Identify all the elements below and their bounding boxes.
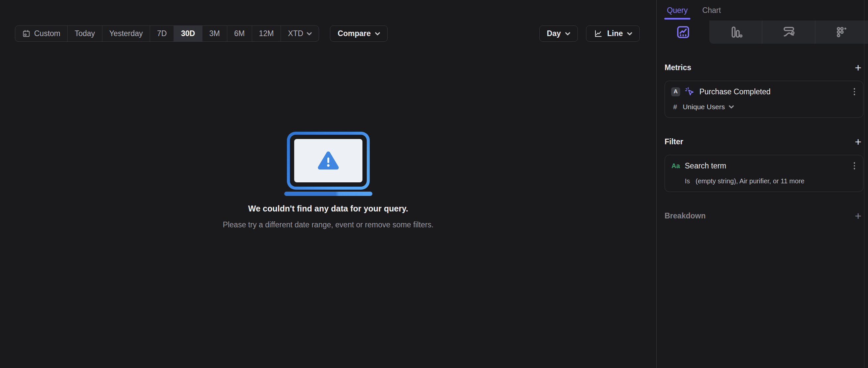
report-type-funnels[interactable] [709, 21, 762, 44]
add-breakdown-button[interactable]: + [853, 211, 863, 221]
breakdown-section-header: Breakdown + [664, 211, 863, 221]
metric-card[interactable]: A Purchase Completed # Unique Users [664, 81, 863, 118]
report-type-retention[interactable] [815, 21, 868, 44]
date-range-control: Custom Today Yesterday 7D 30D 3M 6M 12M … [15, 26, 319, 42]
empty-state: We couldn't find any data for your query… [0, 132, 656, 229]
filter-value[interactable]: (empty string), Air purifier, or 11 more [696, 177, 805, 185]
tab-chart[interactable]: Chart [702, 0, 721, 21]
filter-property-name: Search term [685, 162, 726, 170]
tab-query[interactable]: Query [667, 0, 688, 21]
chevron-down-icon [565, 32, 570, 35]
breakdown-heading: Breakdown [664, 211, 706, 221]
granularity-dropdown[interactable]: Day [539, 26, 578, 42]
date-range-yesterday[interactable]: Yesterday [102, 26, 150, 41]
chevron-down-icon [729, 105, 734, 108]
date-range-xtd[interactable]: XTD [281, 26, 319, 41]
metric-event-name: Purchase Completed [700, 87, 771, 96]
warning-triangle-icon [317, 151, 339, 171]
report-type-insights-active[interactable] [657, 21, 709, 44]
aggregation-hash-icon: # [673, 103, 677, 111]
filter-operator[interactable]: Is [685, 177, 690, 185]
metric-letter-badge: A [671, 87, 680, 96]
date-range-3m[interactable]: 3M [202, 26, 227, 41]
bar-chart-icon [728, 25, 743, 39]
calendar-icon [22, 29, 30, 38]
retention-dots-icon [835, 25, 849, 39]
sidebar-tabs: Query Chart [657, 0, 868, 21]
compare-button[interactable]: Compare [330, 26, 388, 42]
laptop-base [284, 192, 372, 196]
flows-icon [781, 25, 796, 39]
chevron-down-icon [627, 32, 632, 35]
filter-heading: Filter [664, 137, 683, 146]
filter-card[interactable]: Aa Search term Is (empty string), Air pu… [664, 155, 863, 192]
metrics-section-header: Metrics + [664, 63, 863, 72]
add-filter-button[interactable]: + [853, 137, 863, 146]
chart-style-dropdown[interactable]: Line [586, 26, 640, 42]
date-range-today[interactable]: Today [67, 26, 102, 41]
date-range-6m[interactable]: 6M [227, 26, 252, 41]
empty-state-title: We couldn't find any data for your query… [248, 204, 408, 213]
insights-chart-icon [676, 25, 691, 40]
aggregation-dropdown[interactable]: Unique Users [683, 103, 734, 111]
report-main-area: Custom Today Yesterday 7D 30D 3M 6M 12M … [0, 0, 656, 368]
date-range-30d-selected[interactable]: 30D [174, 26, 202, 41]
report-toolbar: Custom Today Yesterday 7D 30D 3M 6M 12M … [15, 26, 640, 42]
chevron-down-icon [375, 32, 380, 35]
date-range-12m[interactable]: 12M [252, 26, 281, 41]
report-type-tabs [657, 21, 868, 44]
laptop-warning-illustration [287, 132, 370, 190]
date-range-7d[interactable]: 7D [150, 26, 174, 41]
metric-options-menu[interactable] [851, 87, 858, 97]
sidebar-scrollbar[interactable] [864, 0, 868, 368]
filter-section-header: Filter + [664, 137, 863, 146]
date-range-label: Custom [34, 29, 60, 38]
sidebar-content: Metrics + A Purchase Completed [657, 63, 868, 221]
query-builder-sidebar: Query Chart [656, 0, 868, 368]
date-range-custom[interactable]: Custom [15, 26, 67, 41]
line-chart-icon [594, 29, 603, 38]
report-type-flows[interactable] [762, 21, 815, 44]
filter-options-menu[interactable] [851, 161, 858, 171]
analytics-app: Custom Today Yesterday 7D 30D 3M 6M 12M … [0, 0, 868, 368]
empty-state-subtitle: Please try a different date range, event… [223, 221, 433, 229]
string-property-icon: Aa [671, 162, 680, 170]
metrics-heading: Metrics [664, 63, 691, 72]
toolbar-spacer [388, 26, 539, 42]
event-cursor-icon [685, 87, 695, 97]
chevron-down-icon [307, 32, 312, 35]
add-metric-button[interactable]: + [853, 63, 863, 72]
